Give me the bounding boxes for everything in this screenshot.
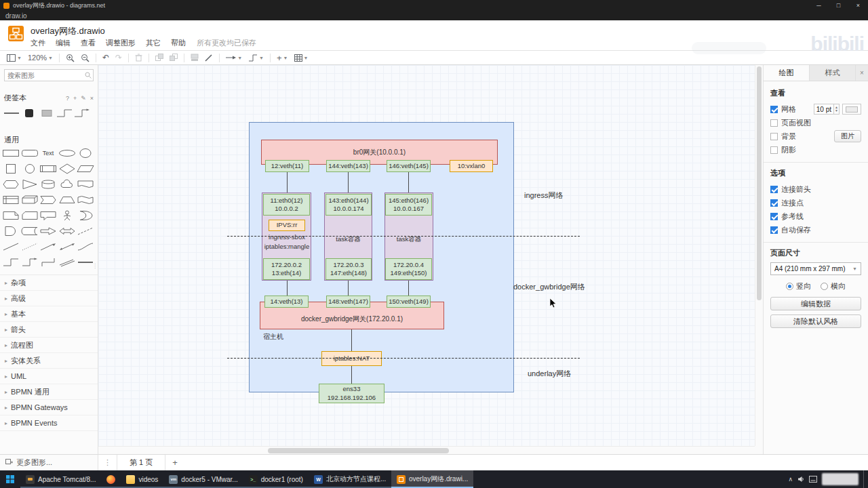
shape-rounded-rectangle-icon[interactable] (21, 146, 39, 160)
insert-button[interactable]: +▼ (277, 53, 288, 63)
connector-line[interactable] (408, 172, 409, 194)
shape-dashed-line-icon[interactable] (77, 224, 94, 238)
shape-cloud-icon[interactable] (58, 178, 76, 191)
shape-triangle-icon[interactable] (21, 178, 39, 191)
shape-bidirectional-arrow-icon[interactable] (58, 224, 76, 238)
pages-menu-handle[interactable]: ⋮ (98, 455, 117, 470)
delete-button[interactable] (135, 54, 142, 62)
shape-cylinder-icon[interactable] (39, 178, 57, 191)
shape-square-icon[interactable] (2, 162, 20, 176)
sidebar-resize-handle[interactable]: ⋮ (92, 263, 98, 269)
ipvs-node[interactable]: IPVS:rr (269, 220, 305, 231)
sidebar-section-杂项[interactable]: ▸杂项 (0, 275, 98, 291)
tab-style[interactable]: 样式 (810, 65, 856, 81)
search-shapes-input[interactable] (4, 69, 94, 81)
container-ip-node[interactable]: 172.20.0.3147:eth(148) (326, 258, 372, 280)
panel-close-icon[interactable]: × (856, 65, 868, 81)
shape-rectangle-icon[interactable] (2, 146, 20, 160)
scratchpad-black-rounded-square-icon[interactable] (20, 106, 38, 120)
scratchpad-edit-icon[interactable]: ✎ (81, 95, 86, 102)
shape-document-icon[interactable] (77, 178, 94, 191)
clear-default-style-button[interactable]: 清除默认风格 (770, 314, 861, 328)
veth-node[interactable]: 150:veth(149) (387, 296, 431, 308)
grid-size-stepper[interactable]: ▲▼ (834, 104, 840, 115)
close-button[interactable]: × (848, 0, 868, 11)
input-language-icon[interactable] (809, 473, 817, 485)
start-button[interactable] (0, 470, 20, 488)
checkbox-连接箭头[interactable] (770, 186, 778, 193)
shape-process-icon[interactable] (39, 162, 57, 176)
shape-line-bidirectional-icon[interactable] (58, 240, 76, 253)
shape-trapezoid-icon[interactable] (58, 193, 76, 207)
add-page-button[interactable]: + (165, 455, 184, 470)
shape-internal-storage-icon[interactable] (2, 193, 20, 207)
vertical-scrollbar[interactable] (755, 65, 763, 446)
menu-调整图形[interactable]: 调整图形 (106, 38, 136, 48)
shape-line-icon[interactable] (2, 240, 20, 253)
veth-node[interactable]: 144:veth(143) (326, 160, 370, 172)
scratchpad-horizontal-line-icon[interactable] (3, 106, 20, 120)
veth-node[interactable]: 14:veth(13) (264, 296, 309, 308)
shape-tape-icon[interactable] (77, 193, 94, 207)
sidebar-section-BPMN Gateways[interactable]: ▸BPMN Gateways (0, 400, 98, 415)
grid-size-input[interactable]: 10 pt (814, 104, 834, 115)
shape-arrow-icon[interactable] (39, 224, 57, 238)
sidebar-section-箭头[interactable]: ▸箭头 (0, 322, 98, 338)
checkbox-自动保存[interactable] (770, 226, 778, 234)
connector-line[interactable] (348, 280, 349, 296)
taskbar-item-firefox[interactable] (101, 470, 121, 488)
redo-button[interactable]: ↷ (115, 54, 122, 62)
connector-line[interactable] (348, 172, 349, 194)
pen-style-button[interactable] (205, 54, 213, 62)
iptables-nat-node[interactable]: iptables:NAT (321, 351, 382, 366)
taskbar-item-docker5 - VMwar...[interactable]: vmdocker5 - VMwar... (163, 470, 243, 488)
scratchpad-gray-blob-icon[interactable] (38, 106, 56, 120)
connection-arrow-style-button[interactable]: ▼ (226, 54, 242, 61)
shape-dotted-line-icon[interactable] (21, 240, 39, 253)
shape-actor-icon[interactable] (58, 209, 76, 222)
checkbox-参考线[interactable] (770, 213, 778, 220)
shape-parallelogram-icon[interactable] (77, 162, 94, 176)
maximize-button[interactable]: □ (829, 0, 848, 11)
general-section-title[interactable]: 通用 (0, 132, 98, 146)
sidebar-section-基本[interactable]: ▸基本 (0, 306, 98, 322)
zoom-in-button[interactable] (66, 54, 75, 62)
view-panels-button[interactable]: ▼ (7, 54, 22, 62)
zoom-dropdown[interactable]: 120%▼ (28, 54, 53, 62)
shape-elbow-arrow-icon[interactable] (21, 256, 39, 269)
drawing-canvas[interactable]: br0网关(10.0.0.1) 12:veth(11) 144:veth(143… (98, 65, 763, 454)
shape-line-arrow-icon[interactable] (39, 240, 57, 253)
portrait-radio[interactable] (786, 283, 793, 290)
shadow-checkbox[interactable] (770, 146, 778, 154)
minimize-button[interactable]: ─ (809, 0, 829, 11)
menu-帮助[interactable]: 帮助 (171, 38, 186, 48)
network-boundary-line[interactable] (227, 236, 580, 237)
to-back-button[interactable] (170, 54, 178, 62)
menu-查看[interactable]: 查看 (81, 38, 96, 48)
eth0-node[interactable]: 11:eth0(12)10.0.0.2 (263, 194, 310, 216)
connector-line[interactable] (287, 280, 288, 296)
connector-line[interactable] (351, 329, 352, 351)
shape-diamond-icon[interactable] (58, 162, 76, 176)
undo-button[interactable]: ↶ (102, 54, 109, 62)
background-checkbox[interactable] (770, 133, 778, 140)
menu-编辑[interactable]: 编辑 (56, 38, 71, 48)
taskbar-item-Apache Tomcat/8...[interactable]: Apache Tomcat/8... (20, 470, 101, 488)
shape-data-storage-icon[interactable] (21, 224, 39, 238)
edit-data-button[interactable]: 编辑数据 (770, 297, 861, 310)
veth-node[interactable]: 146:veth(145) (387, 160, 431, 172)
scratchpad-close-icon[interactable]: × (90, 95, 94, 102)
shape-and-icon[interactable] (2, 224, 20, 238)
more-shapes-button[interactable]: 更多图形... (0, 455, 98, 470)
sidebar-section-UML[interactable]: ▸UML (0, 369, 98, 384)
vertical-scrollbar-thumb[interactable] (757, 66, 762, 300)
shape-ellipse-wide-icon[interactable] (58, 146, 76, 160)
background-image-button[interactable]: 图片 (834, 130, 861, 142)
page-view-checkbox[interactable] (770, 119, 778, 127)
taskbar-item-overlay网络.drawi...[interactable]: overlay网络.drawi... (391, 470, 473, 488)
network-boundary-line[interactable] (227, 358, 580, 359)
veth-node[interactable]: 12:veth(11) (265, 160, 309, 172)
menu-文件[interactable]: 文件 (31, 38, 45, 48)
sidebar-section-高级[interactable]: ▸高级 (0, 291, 98, 306)
eth0-node[interactable]: 145:eth0(146)10.0.0.167 (385, 194, 432, 216)
